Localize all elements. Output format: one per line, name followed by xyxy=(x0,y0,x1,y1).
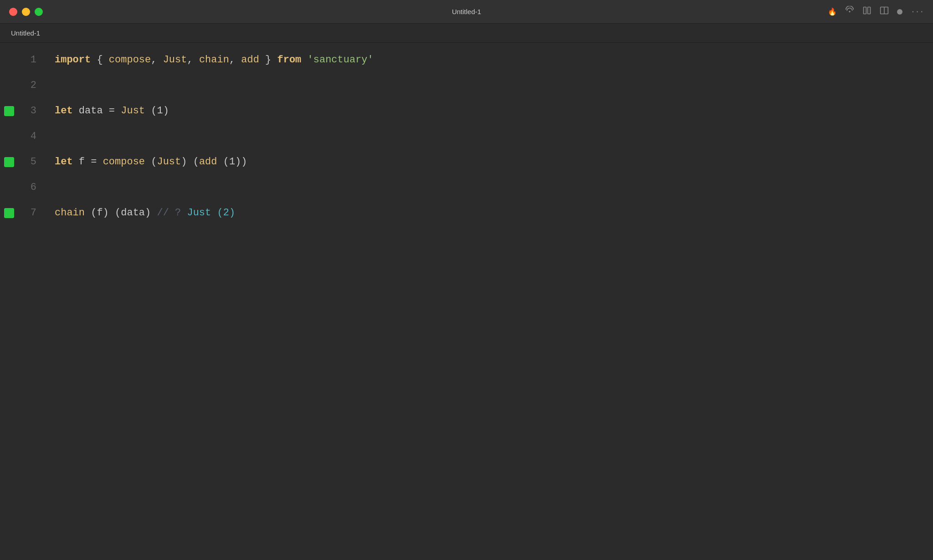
broadcast-icon[interactable] xyxy=(845,6,854,17)
code-line: 7chain (f) (data) // ? Just (2) xyxy=(0,200,933,226)
minimize-button[interactable] xyxy=(22,8,30,16)
token: // ? xyxy=(157,200,187,226)
token: Just (2) xyxy=(187,200,235,226)
token: from xyxy=(277,47,302,73)
status-dot xyxy=(897,9,902,15)
code-line: 3let data = Just (1) xyxy=(0,98,933,124)
window-title: Untitled-1 xyxy=(452,8,481,15)
token: let xyxy=(55,149,73,175)
token: f = xyxy=(73,149,103,175)
token: add xyxy=(241,47,259,73)
line-number: 3 xyxy=(18,98,46,124)
code-line: 1import { compose, Just, chain, add } fr… xyxy=(0,47,933,73)
breakpoint-indicator[interactable] xyxy=(4,157,14,167)
line-content: let data = Just (1) xyxy=(46,98,169,124)
token: compose xyxy=(109,47,151,73)
token: 1 xyxy=(157,98,163,124)
tab-bar: Untitled-1 xyxy=(0,24,933,43)
token: data = xyxy=(73,98,121,124)
split-icon[interactable] xyxy=(880,6,889,17)
columns-icon[interactable] xyxy=(862,6,871,17)
token: ( xyxy=(145,149,157,175)
line-content: let f = compose (Just) (add (1)) xyxy=(46,149,247,175)
token: let xyxy=(55,98,73,124)
code-line: 2 xyxy=(0,73,933,98)
close-button[interactable] xyxy=(9,8,17,16)
svg-rect-1 xyxy=(864,7,866,14)
line-number: 5 xyxy=(18,149,46,175)
flame-icon[interactable]: 🔥 xyxy=(828,7,837,16)
token xyxy=(301,47,307,73)
scrollbar[interactable] xyxy=(929,43,933,560)
token: chain xyxy=(199,47,229,73)
token: Just xyxy=(157,149,181,175)
window-controls xyxy=(9,8,43,16)
token: import xyxy=(55,47,91,73)
line-number: 6 xyxy=(18,175,46,200)
svg-rect-2 xyxy=(868,7,871,14)
code-line: 6 xyxy=(0,175,933,200)
maximize-button[interactable] xyxy=(35,8,43,16)
token: , xyxy=(151,47,163,73)
token: ( xyxy=(217,149,229,175)
line-number: 2 xyxy=(18,73,46,98)
token: add xyxy=(199,149,217,175)
title-bar: Untitled-1 🔥 ··· xyxy=(0,0,933,24)
more-options-icon[interactable]: ··· xyxy=(911,8,924,16)
code-line: 4 xyxy=(0,124,933,149)
token: 'sanctuary' xyxy=(308,47,374,73)
line-indicator xyxy=(0,157,18,167)
token: ) ( xyxy=(181,149,199,175)
breakpoint-indicator[interactable] xyxy=(4,106,14,116)
token: 1 xyxy=(229,149,235,175)
tab-label[interactable]: Untitled-1 xyxy=(5,26,46,40)
token: (f) (data) xyxy=(85,200,157,226)
token: , xyxy=(229,47,241,73)
token: , xyxy=(187,47,199,73)
token: ( xyxy=(145,98,157,124)
token: chain xyxy=(55,200,85,226)
token: Just xyxy=(121,98,145,124)
line-number: 4 xyxy=(18,124,46,149)
token: } xyxy=(259,47,277,73)
breakpoint-indicator[interactable] xyxy=(4,208,14,218)
token: ) xyxy=(163,98,169,124)
token: compose xyxy=(103,149,145,175)
line-number: 7 xyxy=(18,200,46,226)
token: )) xyxy=(235,149,247,175)
svg-point-0 xyxy=(849,11,851,12)
line-indicator xyxy=(0,208,18,218)
title-bar-actions: 🔥 ··· xyxy=(828,6,924,17)
line-number: 1 xyxy=(18,47,46,73)
editor[interactable]: 1import { compose, Just, chain, add } fr… xyxy=(0,43,933,226)
code-line: 5let f = compose (Just) (add (1)) xyxy=(0,149,933,175)
token: Just xyxy=(163,47,187,73)
token: { xyxy=(91,47,109,73)
line-indicator xyxy=(0,106,18,116)
line-content: import { compose, Just, chain, add } fro… xyxy=(46,47,374,73)
line-content: chain (f) (data) // ? Just (2) xyxy=(46,200,235,226)
